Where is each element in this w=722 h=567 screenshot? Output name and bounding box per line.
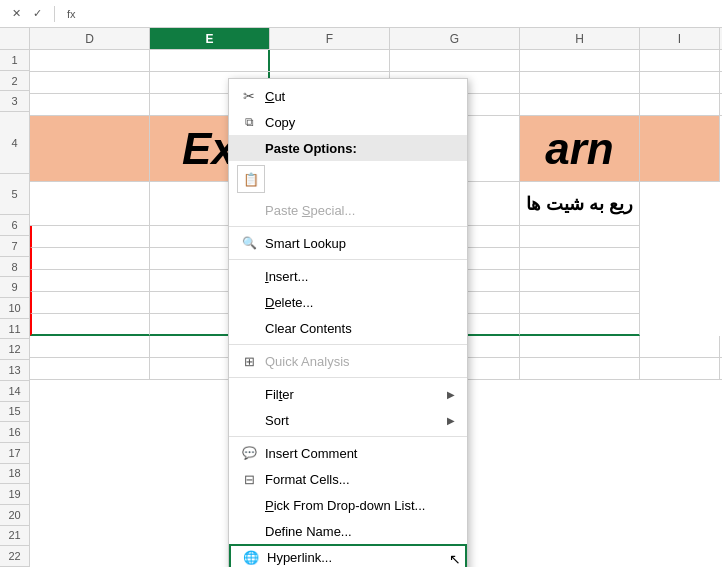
define-name-label: Define Name...	[265, 524, 455, 539]
delete-label: Delete...	[265, 295, 455, 310]
cell-h11[interactable]	[520, 336, 640, 357]
spreadsheet: D E F G H I 1 2 3 4 5 6 7 8 9 10 11 12 1…	[0, 28, 722, 567]
banner-cell-d[interactable]	[30, 116, 150, 182]
cell-d11[interactable]	[30, 336, 150, 357]
menu-item-insert-comment[interactable]: 💬 Insert Comment	[229, 440, 467, 466]
cell-d1[interactable]	[30, 50, 150, 71]
row-header-5[interactable]: 5	[0, 174, 30, 215]
row-header-12[interactable]: 12	[0, 339, 30, 360]
paste-options-icons: 📋	[229, 161, 467, 197]
cell-d3[interactable]	[30, 94, 150, 115]
col-header-d[interactable]: D	[30, 28, 150, 49]
col-header-e[interactable]: E	[150, 28, 270, 49]
menu-item-insert[interactable]: Insert...	[229, 263, 467, 289]
hyperlink-icon: 🌐	[239, 550, 263, 565]
cell-h10[interactable]	[520, 314, 640, 336]
separator	[54, 6, 55, 22]
cell-i12[interactable]	[640, 358, 720, 379]
row-header-17[interactable]: 17	[0, 443, 30, 464]
filter-arrow: ▶	[447, 389, 455, 400]
row-header-21[interactable]: 21	[0, 526, 30, 547]
cell-i2[interactable]	[640, 72, 720, 93]
cell-h1[interactable]	[520, 50, 640, 71]
row-header-20[interactable]: 20	[0, 505, 30, 526]
cell-i11[interactable]	[640, 336, 720, 357]
cell-d10[interactable]	[30, 314, 150, 336]
cell-d12[interactable]	[30, 358, 150, 379]
cell-i3[interactable]	[640, 94, 720, 115]
row-header-14[interactable]: 14	[0, 381, 30, 402]
context-menu: ✂ Cut ⧉ Copy Paste Options: 📋 Paste Spec…	[228, 78, 468, 567]
paste-special-label: Paste Special...	[265, 203, 455, 218]
menu-item-paste-special: Paste Special...	[229, 197, 467, 223]
cut-icon: ✂	[237, 88, 261, 104]
cell-f1[interactable]	[270, 50, 390, 71]
cell-d9[interactable]	[30, 292, 150, 314]
menu-item-pick-dropdown[interactable]: Pick From Drop-down List...	[229, 492, 467, 518]
paste-options-label: Paste Options:	[265, 141, 455, 156]
format-cells-icon: ⊟	[237, 472, 261, 487]
cancel-icon[interactable]: ✕	[8, 7, 25, 20]
menu-item-filter[interactable]: Filter ▶	[229, 381, 467, 407]
menu-item-clear-contents[interactable]: Clear Contents	[229, 315, 467, 341]
cell-d7[interactable]	[30, 248, 150, 270]
cell-d8[interactable]	[30, 270, 150, 292]
cell-h2[interactable]	[520, 72, 640, 93]
row-header-16[interactable]: 16	[0, 422, 30, 443]
insert-comment-label: Insert Comment	[265, 446, 455, 461]
row-header-15[interactable]: 15	[0, 402, 30, 423]
menu-item-hyperlink[interactable]: 🌐 Hyperlink... ↖	[229, 544, 467, 567]
cell-h8[interactable]	[520, 270, 640, 292]
col-header-i[interactable]: I	[640, 28, 720, 49]
row-header-18[interactable]: 18	[0, 464, 30, 485]
cell-h9[interactable]	[520, 292, 640, 314]
confirm-icon[interactable]: ✓	[29, 7, 46, 20]
menu-item-sort[interactable]: Sort ▶	[229, 407, 467, 433]
row-header-13[interactable]: 13	[0, 360, 30, 381]
cell-h7[interactable]	[520, 248, 640, 270]
menu-item-format-cells[interactable]: ⊟ Format Cells...	[229, 466, 467, 492]
row-header-7[interactable]: 7	[0, 236, 30, 257]
menu-item-smart-lookup[interactable]: 🔍 Smart Lookup	[229, 230, 467, 256]
arabic-cell-h[interactable]: ریع به شیت ها	[520, 182, 640, 226]
header-spacer	[0, 28, 30, 49]
comment-icon: 💬	[237, 446, 261, 460]
menu-item-delete[interactable]: Delete...	[229, 289, 467, 315]
menu-item-define-name[interactable]: Define Name...	[229, 518, 467, 544]
col-header-g[interactable]: G	[390, 28, 520, 49]
row-header-3[interactable]: 3	[0, 91, 30, 112]
menu-item-copy[interactable]: ⧉ Copy	[229, 109, 467, 135]
paste-icon-1[interactable]: 📋	[237, 165, 265, 193]
menu-item-cut[interactable]: ✂ Cut	[229, 83, 467, 109]
row-header-11[interactable]: 11	[0, 319, 30, 340]
cell-h12[interactable]	[520, 358, 640, 379]
quick-analysis-label: Quick Analysis	[265, 354, 455, 369]
row-header-1[interactable]: 1	[0, 50, 30, 71]
cut-label: Cut	[265, 89, 455, 104]
col-header-f[interactable]: F	[270, 28, 390, 49]
cell-i1[interactable]	[640, 50, 720, 71]
sort-label: Sort	[265, 413, 447, 428]
arabic-cell-d[interactable]	[30, 182, 150, 226]
hyperlink-label: Hyperlink...	[267, 550, 453, 565]
row-header-22[interactable]: 22	[0, 546, 30, 567]
cell-d2[interactable]	[30, 72, 150, 93]
cell-d6[interactable]	[30, 226, 150, 248]
row-header-2[interactable]: 2	[0, 71, 30, 92]
banner-cell-h[interactable]: arn	[520, 116, 640, 182]
cell-h6[interactable]	[520, 226, 640, 248]
row-header-19[interactable]: 19	[0, 484, 30, 505]
cell-e1[interactable]	[150, 50, 270, 71]
row-header-10[interactable]: 10	[0, 298, 30, 319]
cell-g1[interactable]	[390, 50, 520, 71]
col-header-h[interactable]: H	[520, 28, 640, 49]
insert-label: Insert...	[265, 269, 455, 284]
row-header-8[interactable]: 8	[0, 257, 30, 278]
row-header-9[interactable]: 9	[0, 277, 30, 298]
fx-icon: fx	[63, 8, 80, 20]
row-header-6[interactable]: 6	[0, 215, 30, 236]
banner-cell-i[interactable]	[640, 116, 720, 182]
cell-h3[interactable]	[520, 94, 640, 115]
formula-bar: ✕ ✓ fx	[0, 0, 722, 28]
row-header-4[interactable]: 4	[0, 112, 30, 174]
